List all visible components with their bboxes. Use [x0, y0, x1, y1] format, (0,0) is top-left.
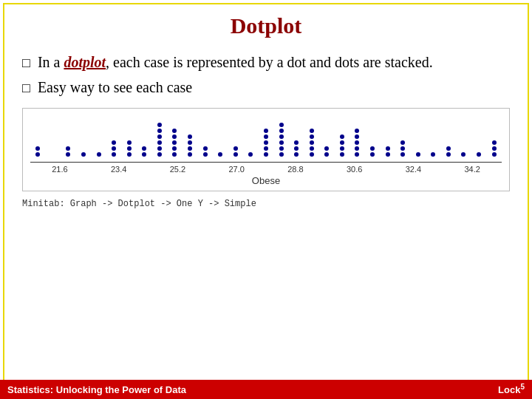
- dot: [279, 134, 284, 139]
- dot-column: [137, 146, 152, 157]
- dot-column: [167, 128, 183, 157]
- dot: [386, 152, 390, 157]
- dot: [127, 140, 132, 145]
- dot: [340, 146, 344, 151]
- dot: [172, 129, 177, 133]
- dot: [203, 146, 208, 151]
- dot-column: [441, 146, 457, 157]
- dot: [310, 152, 314, 157]
- dot: [188, 146, 192, 151]
- dot: [157, 146, 162, 151]
- dot: [400, 140, 405, 145]
- dot: [203, 152, 208, 157]
- dotplot-chart: 21.623.425.227.028.830.632.434.2 Obese: [22, 108, 510, 191]
- dot: [188, 152, 192, 157]
- dot-column: [273, 122, 289, 157]
- dot: [264, 146, 268, 151]
- dot-column: [197, 146, 213, 157]
- dot: [157, 134, 162, 139]
- dot: [66, 152, 70, 157]
- dot: [264, 134, 268, 139]
- dot: [172, 152, 177, 157]
- dot: [264, 152, 268, 157]
- dot-column: [471, 151, 487, 157]
- dot: [386, 146, 390, 151]
- dot: [233, 152, 238, 157]
- dot: [340, 152, 344, 157]
- axis-label: 32.4: [384, 165, 443, 174]
- footer-bar: Statistics: Unlocking the Power of Data …: [0, 380, 532, 399]
- dot: [310, 134, 314, 139]
- dot: [112, 146, 116, 151]
- dot: [172, 140, 177, 145]
- dot: [340, 134, 344, 139]
- dot-column: [76, 151, 92, 157]
- axis-label: 25.2: [149, 165, 208, 174]
- dot: [279, 129, 284, 133]
- dot-column: [228, 146, 244, 157]
- dot-column: [152, 122, 168, 157]
- dot: [157, 152, 162, 157]
- footer-badge-sup: 5: [520, 383, 525, 391]
- dot-column: [30, 146, 46, 157]
- dot: [35, 146, 40, 151]
- dot: [264, 129, 268, 133]
- chart-axis-title: Obese: [30, 175, 502, 186]
- dot: [446, 146, 451, 151]
- dot: [157, 123, 162, 127]
- dot: [340, 140, 344, 145]
- dot: [127, 146, 132, 151]
- dot: [355, 140, 359, 145]
- dot: [431, 152, 435, 157]
- dot: [324, 152, 329, 157]
- dot-column: [183, 134, 198, 157]
- dot: [142, 152, 146, 157]
- dot: [400, 152, 405, 157]
- dot: [279, 146, 284, 151]
- dot: [264, 140, 268, 145]
- axis-label: 28.8: [266, 165, 325, 174]
- chart-axis: 21.623.425.227.028.830.632.434.2: [30, 162, 502, 174]
- dot: [279, 123, 284, 127]
- dot: [416, 152, 420, 157]
- dot-column: [61, 146, 76, 157]
- dot: [477, 152, 481, 157]
- dot: [81, 152, 86, 157]
- outer-border: [3, 3, 529, 396]
- dot-column: [106, 140, 122, 157]
- dot: [233, 146, 238, 151]
- dot: [112, 152, 116, 157]
- dot: [310, 146, 314, 151]
- dot: [248, 152, 253, 157]
- dot-column: [349, 128, 365, 157]
- dot: [279, 140, 284, 145]
- dot: [324, 146, 329, 151]
- dot: [355, 129, 359, 133]
- footer-badge: Lock5: [498, 383, 525, 395]
- dot: [370, 146, 375, 151]
- dot-column: [365, 146, 381, 157]
- dot: [188, 140, 192, 145]
- dot: [310, 140, 314, 145]
- dot: [97, 152, 101, 157]
- dot: [127, 152, 132, 157]
- dot-column: [259, 128, 274, 157]
- dot: [218, 152, 222, 157]
- dot: [157, 140, 162, 145]
- dot: [492, 146, 497, 151]
- dot: [112, 140, 116, 145]
- dot: [172, 134, 177, 139]
- dot: [172, 146, 177, 151]
- dot: [355, 134, 359, 139]
- dot: [461, 152, 466, 157]
- dot: [310, 129, 314, 133]
- dot: [157, 129, 162, 133]
- dot-column: [456, 151, 471, 157]
- dot: [66, 146, 70, 151]
- dot: [142, 146, 146, 151]
- dot-column: [335, 134, 350, 157]
- dots-area: [30, 116, 502, 160]
- dot-column: [289, 140, 304, 157]
- dot-column: [243, 151, 259, 157]
- dot-column: [426, 151, 441, 157]
